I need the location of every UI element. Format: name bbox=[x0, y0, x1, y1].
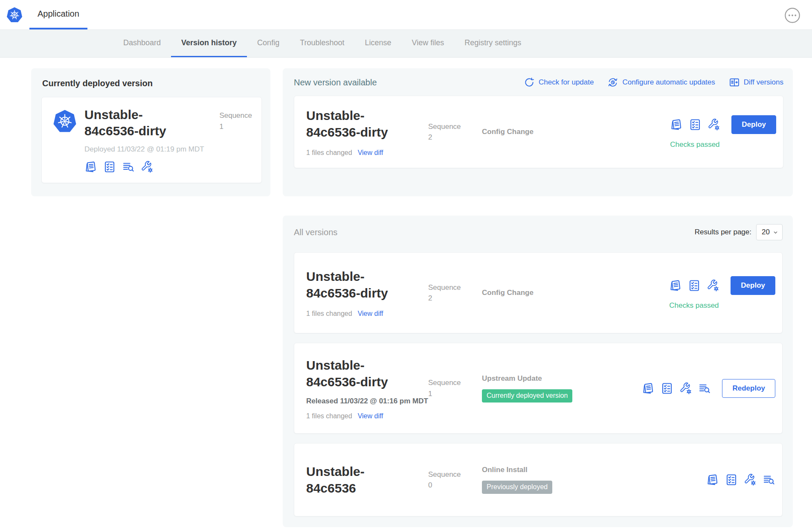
version-row: Unstable-84c6536-dirty 1 files changedVi… bbox=[294, 96, 783, 168]
redeploy-button[interactable]: Redeploy bbox=[722, 379, 775, 398]
new-version-panel: New version available Check for updateCo… bbox=[283, 68, 793, 196]
view-diff-link[interactable]: View diff bbox=[358, 149, 383, 156]
version-action-icons bbox=[706, 473, 775, 486]
preflight-checks-icon[interactable] bbox=[103, 160, 116, 173]
tab-view-files[interactable]: View files bbox=[402, 30, 455, 57]
release-notes-icon[interactable] bbox=[706, 473, 719, 486]
kubernetes-logo-icon bbox=[53, 109, 77, 133]
new-version-title: New version available bbox=[294, 78, 377, 88]
checks-passed-label: Checks passed bbox=[670, 140, 719, 149]
action-row: Redeploy bbox=[642, 379, 775, 398]
kubernetes-logo-icon bbox=[6, 7, 23, 23]
version-action-icons bbox=[642, 382, 711, 395]
version-row: Unstable-84c6536-dirty Released 11/03/22… bbox=[294, 343, 783, 434]
deployed-version-title: Unstable-84c6536-dirty bbox=[84, 107, 189, 139]
logs-icon[interactable] bbox=[698, 382, 711, 395]
deploy-button[interactable]: Deploy bbox=[731, 276, 775, 295]
sequence-label: Sequence bbox=[219, 110, 252, 121]
version-info: Unstable-84c6536-dirty 1 files changedVi… bbox=[306, 107, 422, 157]
tab-license[interactable]: License bbox=[355, 30, 402, 57]
preflight-checks-icon[interactable] bbox=[689, 118, 702, 131]
results-per-page-label: Results per page: bbox=[695, 228, 751, 236]
version-row: Unstable-84c6536 Sequence 0 Online Insta… bbox=[294, 443, 783, 516]
version-sequence: Sequence 2 bbox=[428, 282, 471, 304]
version-sequence: Sequence 0 bbox=[428, 469, 471, 491]
section-nav: DashboardVersion historyConfigTroublesho… bbox=[0, 30, 812, 58]
release-notes-icon[interactable] bbox=[642, 382, 655, 395]
config-icon[interactable] bbox=[141, 160, 154, 173]
tab-troubleshoot[interactable]: Troubleshoot bbox=[290, 30, 354, 57]
view-diff-link[interactable]: View diff bbox=[358, 412, 383, 420]
logs-icon[interactable] bbox=[763, 473, 775, 486]
app-header: Application bbox=[0, 0, 812, 30]
tab-registry-settings[interactable]: Registry settings bbox=[454, 30, 531, 57]
version-actions: Deploy Checks passed bbox=[669, 276, 775, 310]
app-title-tab[interactable]: Application bbox=[29, 0, 87, 29]
update-actions: Check for updateConfigure automatic upda… bbox=[524, 77, 783, 88]
version-info: Unstable-84c6536-dirty 1 files changedVi… bbox=[306, 268, 422, 318]
currently-deployed-panel: Currently deployed version Unstable-84c6… bbox=[31, 68, 270, 196]
config-icon[interactable] bbox=[679, 382, 692, 395]
sequence-label: Sequence bbox=[428, 282, 471, 293]
results-per-page-select[interactable]: 20 bbox=[756, 224, 783, 240]
logs-icon[interactable] bbox=[122, 160, 135, 173]
deployed-panel-title: Currently deployed version bbox=[42, 79, 262, 88]
action-row: Deploy bbox=[670, 115, 776, 134]
release-notes-icon[interactable] bbox=[670, 118, 683, 131]
sequence-value: 2 bbox=[428, 293, 471, 304]
more-options-button[interactable] bbox=[784, 7, 801, 24]
refresh-icon bbox=[524, 77, 535, 88]
sequence-label: Sequence bbox=[428, 469, 471, 480]
version-source: Upstream Update Currently deployed versi… bbox=[471, 374, 642, 403]
files-changed-line: 1 files changedView diff bbox=[306, 412, 422, 420]
version-title: Unstable-84c6536-dirty bbox=[306, 268, 405, 301]
view-diff-link[interactable]: View diff bbox=[358, 310, 383, 317]
version-info: Unstable-84c6536-dirty Released 11/03/22… bbox=[306, 357, 422, 420]
config-icon[interactable] bbox=[744, 473, 757, 486]
config-icon[interactable] bbox=[708, 118, 720, 131]
sequence-value: 1 bbox=[428, 388, 471, 400]
link-label: Diff versions bbox=[744, 78, 783, 87]
version-title: Unstable-84c6536-dirty bbox=[306, 107, 405, 140]
main-content: Currently deployed version Unstable-84c6… bbox=[0, 58, 812, 527]
deploy-button[interactable]: Deploy bbox=[731, 115, 776, 134]
deployed-timestamp: Deployed 11/03/22 @ 01:19 pm MDT bbox=[84, 145, 204, 154]
results-per-page: Results per page: 20 bbox=[695, 224, 783, 240]
right-column: New version available Check for updateCo… bbox=[283, 68, 793, 527]
files-changed: 1 files changed bbox=[306, 310, 352, 317]
version-source: Config Change bbox=[471, 289, 669, 297]
source-label: Online Install bbox=[482, 466, 706, 474]
sequence-label: Sequence bbox=[428, 377, 471, 388]
diff-icon bbox=[729, 77, 740, 88]
sequence-label: Sequence bbox=[428, 121, 471, 132]
tab-version-history[interactable]: Version history bbox=[171, 30, 247, 57]
release-notes-icon[interactable] bbox=[84, 160, 97, 173]
preflight-checks-icon[interactable] bbox=[688, 279, 701, 292]
action-row: Deploy bbox=[669, 276, 775, 295]
version-sequence: Sequence 1 bbox=[428, 377, 471, 399]
previously-deployed-badge: Previously deployed bbox=[482, 481, 552, 494]
all-versions-panel: All versions Results per page: 20 Unstab… bbox=[283, 216, 793, 527]
chevron-down-icon bbox=[773, 230, 778, 235]
source-label: Config Change bbox=[482, 289, 669, 297]
preflight-checks-icon[interactable] bbox=[725, 473, 738, 486]
auto-update-icon bbox=[607, 77, 618, 88]
version-actions bbox=[706, 473, 775, 486]
version-actions: Redeploy bbox=[642, 379, 775, 398]
release-notes-icon[interactable] bbox=[669, 279, 682, 292]
configure-automatic-updates-link[interactable]: Configure automatic updates bbox=[607, 77, 715, 88]
version-sequence: Sequence 2 bbox=[428, 121, 471, 143]
check-for-update-link[interactable]: Check for update bbox=[524, 77, 594, 88]
action-row bbox=[706, 473, 775, 486]
preflight-checks-icon[interactable] bbox=[661, 382, 673, 395]
all-versions-title: All versions bbox=[294, 228, 337, 237]
config-icon[interactable] bbox=[707, 279, 719, 292]
diff-versions-link[interactable]: Diff versions bbox=[729, 77, 783, 88]
files-changed: 1 files changed bbox=[306, 149, 352, 156]
tab-config[interactable]: Config bbox=[247, 30, 290, 57]
sequence-value: 1 bbox=[219, 121, 252, 132]
results-per-page-value: 20 bbox=[762, 228, 770, 236]
link-label: Configure automatic updates bbox=[622, 78, 715, 87]
source-label: Upstream Update bbox=[482, 374, 642, 383]
tab-dashboard[interactable]: Dashboard bbox=[113, 30, 171, 57]
